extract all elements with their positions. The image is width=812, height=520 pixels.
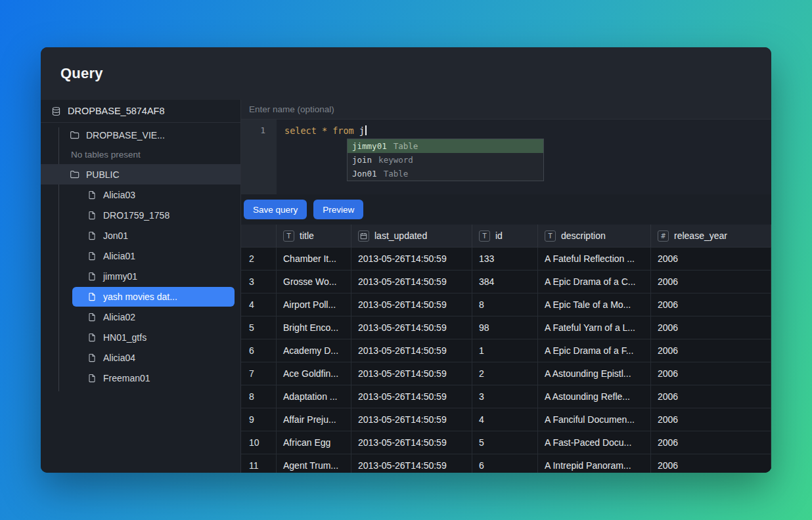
table-cell-release_year[interactable]: 2006 bbox=[651, 385, 771, 408]
file-icon bbox=[87, 313, 97, 322]
sidebar-item-table[interactable]: Alicia02 bbox=[72, 307, 235, 327]
table-cell-release_year[interactable]: 2006 bbox=[651, 339, 771, 362]
table-cell-title[interactable]: Adaptation ... bbox=[277, 385, 351, 408]
table-cell-release_year[interactable]: 2006 bbox=[651, 408, 771, 431]
sidebar-item-table[interactable]: Freeman01 bbox=[72, 368, 235, 388]
table-cell-description[interactable]: A Fast-Paced Docu... bbox=[538, 431, 651, 454]
table-cell-release_year[interactable]: 2006 bbox=[651, 271, 771, 293]
sidebar-item-table[interactable]: DRO1759_1758 bbox=[72, 206, 235, 225]
table-cell-title[interactable]: Airport Poll... bbox=[277, 293, 351, 316]
table-row: 2Chamber It...2013-05-26T14:50:59133A Fa… bbox=[241, 248, 771, 271]
tree-item-label: DRO1759_1758 bbox=[103, 210, 169, 221]
table-cell-release_year[interactable]: 2006 bbox=[651, 454, 771, 473]
sidebar-item-table[interactable]: jimmy01 bbox=[72, 267, 235, 286]
row-number-cell[interactable]: 9 bbox=[241, 408, 277, 431]
query-app-window: Query DROPBASE_5874AF8 DROPBASE_VIE...No… bbox=[41, 47, 771, 473]
sidebar-item-table[interactable]: HN01_gtfs bbox=[72, 328, 235, 347]
row-number-cell[interactable]: 7 bbox=[241, 362, 277, 385]
row-number-cell[interactable]: 5 bbox=[241, 316, 277, 339]
table-cell-id[interactable]: 4 bbox=[472, 408, 538, 431]
table-cell-id[interactable]: 2 bbox=[472, 362, 538, 385]
sql-editor[interactable]: 1 select * from j jimmy01Tablejoinkeywor… bbox=[241, 119, 771, 194]
table-cell-last_updated[interactable]: 2013-05-26T14:50:59 bbox=[351, 339, 472, 362]
query-name-input[interactable] bbox=[241, 100, 771, 119]
table-cell-title[interactable]: Agent Trum... bbox=[277, 454, 351, 473]
folder-icon bbox=[70, 130, 79, 140]
sidebar-item-table[interactable]: Alicia04 bbox=[72, 348, 235, 368]
table-cell-release_year[interactable]: 2006 bbox=[651, 431, 771, 454]
column-header-last_updated[interactable]: last_updated bbox=[351, 225, 472, 247]
table-cell-description[interactable]: A Epic Drama of a F... bbox=[538, 339, 651, 362]
tree-item-label: Alicia01 bbox=[103, 251, 135, 261]
table-cell-title[interactable]: African Egg bbox=[277, 431, 351, 454]
text-type-icon: T bbox=[479, 230, 490, 242]
table-cell-last_updated[interactable]: 2013-05-26T14:50:59 bbox=[351, 293, 472, 316]
table-cell-id[interactable]: 133 bbox=[472, 248, 538, 270]
table-cell-description[interactable]: A Astounding Refle... bbox=[538, 385, 651, 408]
table-cell-title[interactable]: Academy D... bbox=[277, 339, 351, 362]
table-cell-id[interactable]: 6 bbox=[472, 454, 538, 473]
sidebar-item-table[interactable]: yash movies dat... bbox=[72, 287, 235, 307]
table-cell-last_updated[interactable]: 2013-05-26T14:50:59 bbox=[351, 271, 472, 293]
table-cell-id[interactable]: 98 bbox=[472, 316, 538, 339]
table-cell-description[interactable]: A Fanciful Documen... bbox=[538, 408, 651, 431]
table-cell-last_updated[interactable]: 2013-05-26T14:50:59 bbox=[351, 408, 472, 431]
table-cell-title[interactable]: Bright Enco... bbox=[277, 316, 351, 339]
sidebar-item-schema[interactable]: PUBLIC bbox=[41, 164, 240, 184]
autocomplete-item-kind: keyword bbox=[378, 155, 413, 165]
table-row: 4Airport Poll...2013-05-26T14:50:598A Ep… bbox=[241, 293, 771, 316]
table-cell-description[interactable]: A Intrepid Panoram... bbox=[538, 454, 651, 473]
row-number-cell[interactable]: 11 bbox=[241, 454, 277, 473]
column-header-title[interactable]: Ttitle bbox=[277, 225, 351, 247]
sidebar-item-schema[interactable]: DROPBASE_VIE... bbox=[41, 125, 240, 145]
table-cell-id[interactable]: 8 bbox=[472, 293, 538, 316]
tree-item-label: Freeman01 bbox=[103, 373, 150, 383]
row-number-cell[interactable]: 8 bbox=[241, 385, 277, 408]
table-cell-id[interactable]: 5 bbox=[472, 431, 538, 454]
table-cell-title[interactable]: Affair Preju... bbox=[277, 408, 351, 431]
table-cell-last_updated[interactable]: 2013-05-26T14:50:59 bbox=[351, 316, 472, 339]
row-number-cell[interactable]: 10 bbox=[241, 431, 277, 454]
table-cell-description[interactable]: A Epic Tale of a Mo... bbox=[538, 293, 651, 316]
table-cell-last_updated[interactable]: 2013-05-26T14:50:59 bbox=[351, 248, 472, 270]
autocomplete-item[interactable]: Jon01Table bbox=[348, 167, 543, 181]
table-cell-description[interactable]: A Epic Drama of a C... bbox=[538, 271, 651, 293]
sidebar-item-table[interactable]: Alicia03 bbox=[72, 185, 235, 205]
row-number-cell[interactable]: 2 bbox=[241, 248, 277, 270]
sidebar-item-table[interactable]: Alicia01 bbox=[72, 246, 235, 266]
table-cell-description[interactable]: A Fateful Reflection ... bbox=[538, 248, 651, 270]
column-header-description[interactable]: Tdescription bbox=[538, 225, 651, 247]
table-cell-id[interactable]: 384 bbox=[472, 271, 538, 293]
table-cell-description[interactable]: A Astounding Epistl... bbox=[538, 362, 651, 385]
table-cell-last_updated[interactable]: 2013-05-26T14:50:59 bbox=[351, 385, 472, 408]
row-number-cell[interactable]: 6 bbox=[241, 339, 277, 362]
database-root-item[interactable]: DROPBASE_5874AF8 bbox=[41, 100, 240, 123]
table-cell-release_year[interactable]: 2006 bbox=[651, 248, 771, 270]
actions-row: Save query Preview bbox=[241, 194, 771, 225]
autocomplete-item[interactable]: joinkeyword bbox=[348, 153, 543, 167]
column-header-id[interactable]: Tid bbox=[472, 225, 538, 247]
row-number-cell[interactable]: 3 bbox=[241, 271, 277, 293]
table-cell-release_year[interactable]: 2006 bbox=[651, 316, 771, 339]
table-cell-last_updated[interactable]: 2013-05-26T14:50:59 bbox=[351, 454, 472, 473]
preview-button[interactable]: Preview bbox=[313, 200, 363, 219]
column-header-release_year[interactable]: #release_year bbox=[651, 225, 771, 247]
table-cell-title[interactable]: Ace Goldfin... bbox=[277, 362, 351, 385]
sidebar-empty-note: No tables present bbox=[41, 145, 240, 164]
table-cell-id[interactable]: 1 bbox=[472, 339, 538, 362]
autocomplete-item-label: join bbox=[352, 155, 372, 165]
save-query-button[interactable]: Save query bbox=[244, 200, 307, 219]
table-cell-release_year[interactable]: 2006 bbox=[651, 293, 771, 316]
autocomplete-item[interactable]: jimmy01Table bbox=[348, 139, 543, 153]
table-cell-last_updated[interactable]: 2013-05-26T14:50:59 bbox=[351, 431, 472, 454]
table-cell-last_updated[interactable]: 2013-05-26T14:50:59 bbox=[351, 362, 472, 385]
sidebar-item-table[interactable]: Jon01 bbox=[72, 226, 235, 246]
table-cell-title[interactable]: Chamber It... bbox=[277, 248, 351, 270]
table-cell-description[interactable]: A Fateful Yarn of a L... bbox=[538, 316, 651, 339]
table-cell-release_year[interactable]: 2006 bbox=[651, 362, 771, 385]
table-header: Ttitlelast_updatedTidTdescription#releas… bbox=[241, 225, 771, 248]
editor-gutter: 1 bbox=[241, 119, 277, 194]
table-cell-title[interactable]: Grosse Wo... bbox=[277, 271, 351, 293]
row-number-cell[interactable]: 4 bbox=[241, 293, 277, 316]
table-cell-id[interactable]: 3 bbox=[472, 385, 538, 408]
